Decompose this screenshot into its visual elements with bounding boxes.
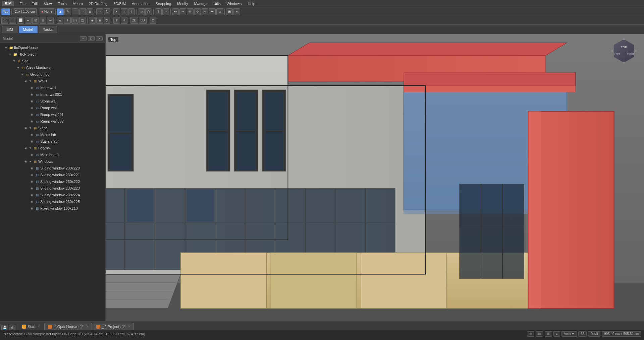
stroke-selector[interactable]: 2px | 1.00 cm bbox=[13, 8, 37, 15]
tab-bim[interactable]: BIM bbox=[2, 26, 17, 33]
layer-status-btn[interactable]: ≡ bbox=[553, 331, 560, 337]
quantity-button[interactable]: ∑ bbox=[104, 17, 110, 24]
tree-item-sw222[interactable]: ◉ ⊡ Sliding window 230x222 bbox=[0, 178, 105, 185]
layer-button[interactable]: ≡ bbox=[233, 8, 240, 15]
ifc-import[interactable]: ⇩ bbox=[121, 17, 127, 24]
view-2d[interactable]: 2D bbox=[130, 17, 138, 24]
tree-item-rampwall[interactable]: ◉ ▭ Ramp wall bbox=[0, 105, 105, 111]
viewport[interactable]: Top TOP LEFT RIGHT bbox=[106, 34, 644, 321]
tree-item-slabs[interactable]: ◉ ▼ ⊞ Slabs bbox=[0, 125, 105, 131]
tree-item-mainbeans[interactable]: ◉ ▭ Main beans bbox=[0, 151, 105, 158]
section-cut[interactable]: ⊘ bbox=[150, 17, 156, 24]
revit-btn[interactable]: Revit bbox=[588, 331, 600, 337]
menu-3dbim[interactable]: 3D/BIM bbox=[111, 1, 128, 6]
dim-button[interactable]: ↔ bbox=[162, 8, 169, 15]
snap-toggle6[interactable]: ⊢ bbox=[209, 8, 216, 15]
menu-edit[interactable]: Edit bbox=[29, 1, 41, 6]
print-button[interactable]: 🖨 bbox=[9, 325, 15, 330]
number-badge[interactable]: 33 bbox=[578, 331, 587, 337]
point-button[interactable]: ✎ bbox=[64, 8, 71, 15]
menu-2ddrafting[interactable]: 2D Drafting bbox=[86, 1, 110, 6]
snap-toggle4[interactable]: ⊹ bbox=[194, 8, 201, 15]
tree-item-ifcopenhouse[interactable]: ▼ 📁 IfcOpenHouse bbox=[0, 44, 105, 51]
menu-windows[interactable]: Windows bbox=[224, 1, 245, 6]
space-button[interactable]: ◻ bbox=[79, 17, 86, 24]
snap-toggle1[interactable]: ⊷ bbox=[172, 8, 179, 15]
snap-toggle7[interactable]: □ bbox=[216, 8, 223, 15]
snap-toggle3[interactable]: ◎ bbox=[187, 8, 194, 15]
schedule-button[interactable]: ≣ bbox=[96, 17, 103, 24]
tree-item-walls[interactable]: ◉ ▼ ⊞ Walls bbox=[0, 78, 105, 84]
window-button[interactable]: ⊡ bbox=[32, 17, 39, 24]
select-button[interactable]: ▲ bbox=[57, 8, 64, 15]
anno-button[interactable]: T bbox=[155, 8, 162, 15]
material-button[interactable]: ◈ bbox=[89, 17, 96, 24]
menu-file[interactable]: File bbox=[17, 1, 28, 6]
sidebar-close[interactable]: × bbox=[96, 36, 103, 41]
select-mode-btn[interactable]: ▭ bbox=[536, 331, 543, 337]
menu-tools[interactable]: Tools bbox=[55, 1, 69, 6]
menu-macro[interactable]: Macro bbox=[70, 1, 86, 6]
tree-item-site[interactable]: ▼ ⊕ Site bbox=[0, 58, 105, 64]
ifc-export[interactable]: ⇧ bbox=[113, 17, 120, 24]
site-button[interactable]: ◯ bbox=[71, 17, 78, 24]
circle-button[interactable]: ○ bbox=[79, 8, 86, 15]
menu-snapping[interactable]: Snapping bbox=[153, 1, 174, 6]
tree-item-sw224[interactable]: ◉ ⊡ Sliding window 230x224 bbox=[0, 192, 105, 198]
menu-help[interactable]: Help bbox=[245, 1, 258, 6]
stairs-button[interactable]: ⌇ bbox=[64, 17, 71, 24]
tree-item-mainslab[interactable]: ◉ ▭ Main slab bbox=[0, 131, 105, 138]
tree-item-sw220[interactable]: ◉ ⊡ Sliding window 230x220 bbox=[0, 165, 105, 172]
ifc-tab-close[interactable]: × bbox=[86, 325, 88, 328]
tree-item-groundfloor[interactable]: ▼ ▭ Ground floor bbox=[0, 71, 105, 78]
tree-item-ifcproject[interactable]: ▼ 📁 _IfcProject bbox=[0, 51, 105, 58]
pipe-button[interactable]: ═ bbox=[47, 17, 54, 24]
view-top-button[interactable]: Top bbox=[1, 8, 10, 15]
wall-button[interactable]: ▭ bbox=[1, 17, 8, 24]
start-tab-close[interactable]: × bbox=[38, 325, 40, 328]
tree-item-beams[interactable]: ◉ ▼ ⊞ Beams bbox=[0, 145, 105, 151]
rect-button[interactable]: ▭ bbox=[138, 8, 145, 15]
menu-utils[interactable]: Utils bbox=[211, 1, 223, 6]
polygon-button[interactable]: ⬡ bbox=[145, 8, 152, 15]
auto-btn[interactable]: Auto ▼ bbox=[561, 331, 577, 337]
tree-item-casa[interactable]: ▼ ⊡ Casa Martirana bbox=[0, 64, 105, 71]
menu-modify[interactable]: Modify bbox=[174, 1, 191, 6]
none-selector[interactable]: ● None bbox=[40, 8, 54, 15]
tree-item-fw210[interactable]: ◉ ⊡ Fixed window 160x210 bbox=[0, 205, 105, 212]
floor-button[interactable]: ⬛ bbox=[9, 17, 16, 24]
extend-button[interactable]: → bbox=[121, 8, 127, 15]
snap-toggle2[interactable]: ⊸ bbox=[179, 8, 186, 15]
tab-tasks[interactable]: Tasks bbox=[39, 26, 57, 33]
grid-button[interactable]: ⊞ bbox=[226, 8, 233, 15]
rotate-button[interactable]: ↻ bbox=[104, 8, 110, 15]
view-3d[interactable]: 3D bbox=[139, 17, 147, 24]
view-icons-btn[interactable]: ⊞ bbox=[527, 331, 534, 337]
tree-item-stonewall[interactable]: ◉ ▭ Stone wall bbox=[0, 98, 105, 105]
wire-button[interactable]: ⌇ bbox=[128, 8, 135, 15]
move-button[interactable]: ↔ bbox=[96, 8, 103, 15]
tree-item-innerwall001[interactable]: ◉ ▭ Inner wall001 bbox=[0, 91, 105, 98]
door-button[interactable]: ⊟ bbox=[40, 17, 46, 24]
snap-toggle5[interactable]: △ bbox=[202, 8, 208, 15]
tree-item-sw223[interactable]: ◉ ⊡ Sliding window 230x223 bbox=[0, 185, 105, 192]
menu-view[interactable]: View bbox=[41, 1, 55, 6]
tree-item-sw221[interactable]: ◉ ⊡ Sliding window 230x221 bbox=[0, 172, 105, 178]
tree-item-stairsslab[interactable]: ◉ ▭ Stairs slab bbox=[0, 138, 105, 145]
bottom-tab-start[interactable]: Start × bbox=[18, 323, 44, 330]
tree-item-sw225[interactable]: ◉ ⊡ Sliding window 230x225 bbox=[0, 198, 105, 205]
tab-model[interactable]: Model bbox=[19, 26, 38, 33]
sidebar-float[interactable]: □ bbox=[88, 36, 95, 41]
tree-item-innerwall[interactable]: ◉ ▭ Inner wall bbox=[0, 84, 105, 91]
tree-item-rampwall001[interactable]: ◉ ▭ Ramp wall001 bbox=[0, 111, 105, 118]
bottom-tab-ifcproject[interactable]: _IfcProject : 1* × bbox=[93, 323, 134, 330]
column-button[interactable]: ⬜ bbox=[17, 17, 24, 24]
bottom-tab-ifcopenhouse[interactable]: IfcOpenHouse : 1* × bbox=[44, 323, 92, 330]
beam-button[interactable]: ━ bbox=[25, 17, 32, 24]
snap-status-btn[interactable]: ⊕ bbox=[545, 331, 552, 337]
sidebar-minimize[interactable]: − bbox=[80, 36, 87, 41]
trim-button[interactable]: ✂ bbox=[113, 8, 120, 15]
tree-item-windows[interactable]: ◉ ▼ ⊞ Windows bbox=[0, 158, 105, 165]
arc-button[interactable]: ⌒ bbox=[72, 8, 78, 15]
roof-button[interactable]: △ bbox=[57, 17, 63, 24]
